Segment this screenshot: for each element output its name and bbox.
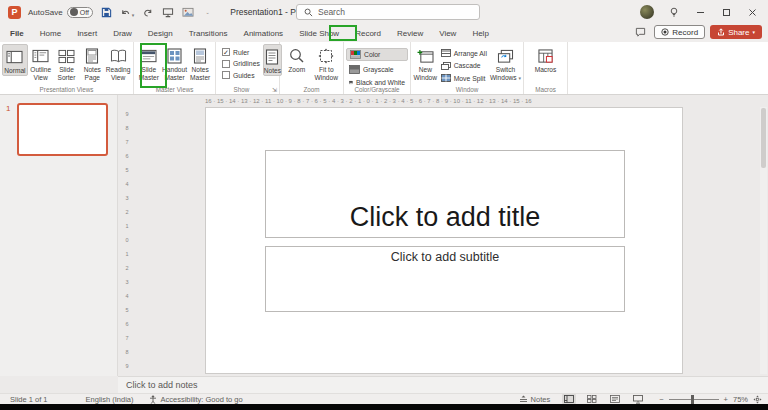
slide-info[interactable]: Slide 1 of 1 [10,395,48,404]
group-macros: Macros Macros [524,42,568,94]
ruler-checkbox[interactable]: ✓ Ruler [222,48,260,56]
slide-thumbnail[interactable] [17,103,108,156]
switch-windows-dropdown-icon[interactable]: ▾ [518,75,521,81]
tab-insert[interactable]: Insert [69,24,105,42]
status-slide-sorter-button[interactable] [585,394,599,404]
close-button[interactable] [746,6,758,18]
zoom-out-button[interactable]: − [659,395,663,404]
switch-windows-button[interactable]: Switch Windows ▾ [490,44,521,82]
tab-help[interactable]: Help [464,24,496,42]
powerpoint-logo-icon[interactable]: P [8,6,21,19]
reading-view-label-2: View [111,74,125,82]
move-split-label: Move Split [454,75,486,82]
save-icon[interactable] [100,6,113,19]
group-label-show: Show [216,86,267,93]
screenshot-icon[interactable] [181,6,194,19]
normal-view-icon [6,47,23,67]
group-label-color-grayscale: Color/Grayscale [344,86,410,93]
grayscale-button[interactable]: Grayscale [346,64,408,75]
notes-master-button[interactable]: Notes Master [187,44,213,81]
annotation-box-slide-master [140,43,167,88]
autosave-state: Off [80,9,89,16]
autosave-toggle[interactable]: AutoSave Off [28,7,93,18]
undo-dropdown-icon[interactable]: ▾ [132,12,135,18]
zoom-percentage[interactable]: 75% [733,395,748,404]
gridlines-checkbox[interactable]: Gridlines [222,60,260,68]
restore-button[interactable] [720,6,732,18]
macros-button[interactable]: Macros [530,44,562,74]
new-window-label-2: Window [414,74,437,82]
tab-home[interactable]: Home [32,24,69,42]
zoom-slider[interactable] [669,399,719,400]
notes-toggle-button[interactable]: Notes [519,395,551,404]
customize-qat-icon[interactable]: ⌄ [201,6,214,19]
work-area: 16 · 15 · 14 · 13 · 12 · 11 · 10 · 9 · 8… [0,95,768,376]
reading-view-icon [110,46,127,66]
tab-transitions[interactable]: Transitions [181,24,236,42]
share-button[interactable]: Share ▾ [710,25,762,39]
ribbon: Normal Outline View Slide Sorter Notes P… [0,42,768,95]
accessibility-status[interactable]: Accessibility: Good to go [149,395,242,404]
notes-page-label-2: Page [85,74,100,82]
arrange-all-button[interactable]: Arrange All [438,48,490,58]
slide-thumbnail-panel[interactable]: 1 [0,95,118,376]
guides-checkbox-box[interactable] [222,71,230,79]
move-split-button[interactable]: Move Split [438,73,490,83]
share-dropdown-icon[interactable]: ▾ [752,29,755,35]
notes-page-label-1: Notes [84,66,101,74]
status-reading-view-button[interactable] [608,394,622,404]
fit-slide-to-window-icon[interactable] [753,395,762,404]
fit-to-window-label-1: Fit to [319,66,334,74]
show-dialog-launcher-icon[interactable]: ⇲ [272,86,277,93]
language-status[interactable]: English (India) [86,395,134,404]
cascade-button[interactable]: Cascade [438,61,490,71]
grayscale-label: Grayscale [363,66,394,73]
autosave-switch[interactable]: Off [67,7,93,18]
comments-icon[interactable] [635,27,646,38]
record-button[interactable]: Record [654,25,705,39]
horizontal-ruler[interactable]: 16 · 15 · 14 · 13 · 12 · 11 · 10 · 9 · 8… [205,95,683,106]
subtitle-placeholder[interactable]: Click to add subtitle [265,246,625,312]
normal-view-button[interactable]: Normal [2,44,28,76]
handout-master-label-2: Master [164,74,184,82]
tab-view[interactable]: View [431,24,464,42]
fit-to-window-button[interactable]: Fit to Window [312,44,342,81]
tab-design[interactable]: Design [140,24,181,42]
show-notes-label: Notes [264,67,281,75]
outline-view-button[interactable]: Outline View [28,44,54,81]
title-bar: P AutoSave Off ▾ ⌄ Presentation1 - Power… [0,0,768,24]
minimize-button[interactable] [694,6,706,18]
guides-checkbox[interactable]: Guides [222,71,260,79]
start-from-beginning-icon[interactable] [161,6,174,19]
tab-draw[interactable]: Draw [105,24,140,42]
vertical-scrollbar[interactable] [760,107,767,374]
slide-sorter-button[interactable]: Slide Sorter [54,44,80,81]
title-placeholder[interactable]: Click to add title [265,150,625,238]
search-input[interactable]: Search [296,4,480,20]
zoom-slider-thumb[interactable] [691,395,694,404]
undo-button[interactable]: ▾ [120,7,135,18]
zoom-in-button[interactable]: + [724,395,728,404]
lightbulb-icon[interactable] [668,6,680,18]
tab-review[interactable]: Review [389,24,431,42]
outline-view-label-1: Outline [30,66,51,74]
user-avatar[interactable] [640,5,654,19]
notes-placeholder[interactable]: Click to add notes [126,380,198,390]
notes-page-button[interactable]: Notes Page [79,44,105,81]
color-button[interactable]: Color [346,48,408,61]
group-show: ✓ Ruler Gridlines Guides Notes ⇲ Show [216,42,280,94]
tab-animations[interactable]: Animations [236,24,292,42]
reading-view-button[interactable]: Reading View [105,44,131,81]
slide-canvas[interactable]: Click to add title Click to add subtitle [205,107,683,374]
tab-file[interactable]: File [0,24,32,42]
status-slideshow-button[interactable] [631,394,645,404]
vertical-ruler[interactable]: 9 8 7 6 5 4 3 2 1 0 1 2 3 4 5 6 7 8 9 [121,107,133,373]
scrollbar-thumb[interactable] [761,108,766,168]
zoom-button[interactable]: Zoom [282,44,312,74]
notes-pane[interactable]: Click to add notes [118,376,768,393]
ruler-checkbox-box[interactable]: ✓ [222,48,230,56]
gridlines-checkbox-box[interactable] [222,60,230,68]
status-normal-view-button[interactable] [562,394,576,404]
new-window-button[interactable]: New Window [413,44,438,81]
redo-button[interactable] [141,6,154,19]
